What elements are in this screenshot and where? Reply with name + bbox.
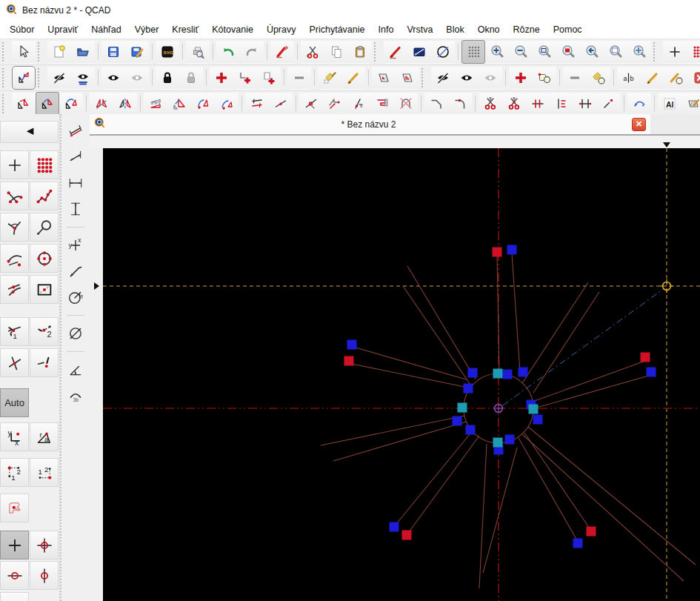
zoom-window-button[interactable] [604, 40, 627, 64]
selection-handle[interactable] [344, 356, 354, 366]
break-plus-button[interactable] [526, 92, 550, 116]
tool-two-lines-dot[interactable] [0, 275, 29, 304]
cut-scissors-dot-button[interactable] [502, 92, 526, 116]
break-bar-button[interactable] [550, 92, 573, 116]
selection-handle[interactable] [587, 527, 596, 537]
tool-cross-dot[interactable] [0, 348, 29, 377]
divide-x-button[interactable]: x [347, 92, 370, 116]
eye-slash-button[interactable] [431, 66, 455, 90]
pointer-modify-button[interactable] [12, 66, 36, 90]
toolbar-grip[interactable] [2, 42, 10, 62]
menu-blok[interactable]: Blok [439, 22, 470, 37]
move-rotate-button[interactable] [59, 92, 83, 116]
flip-vertical-button[interactable] [113, 92, 137, 116]
zoom-pan-button[interactable] [627, 40, 651, 64]
layers-a-button[interactable] [372, 66, 396, 90]
dim-aligned-button[interactable] [65, 122, 86, 141]
selection-handle[interactable] [519, 368, 528, 377]
selection-handle[interactable] [573, 539, 583, 548]
selection-handle[interactable] [529, 405, 539, 414]
plus-red-bold-button[interactable] [210, 66, 233, 90]
draw-pencil-button[interactable] [384, 40, 407, 64]
tool-coord-yx[interactable]: yx [0, 422, 29, 451]
dim-rotated-button[interactable] [65, 147, 86, 167]
tool-rect-dot[interactable] [30, 275, 59, 304]
break-h-button[interactable] [573, 92, 597, 116]
cut-scissors-button[interactable] [479, 92, 502, 116]
delete-x-button[interactable] [688, 66, 700, 90]
hatch-button[interactable] [681, 92, 700, 116]
text-al-button[interactable]: Al [658, 92, 681, 116]
dim-diametric-button[interactable] [65, 324, 86, 343]
menu-kreslit[interactable]: Kresliť [165, 22, 205, 37]
tool-snap-two[interactable]: 2 [30, 317, 59, 346]
toolbar-grip[interactable] [653, 42, 661, 62]
tool-crosshair-h[interactable] [0, 561, 29, 590]
dim-ordinate-button[interactable]: yx [65, 236, 86, 255]
reverse-arrow-button[interactable] [627, 92, 651, 116]
toolbar-grip[interactable] [421, 68, 429, 87]
file-new-button[interactable] [47, 40, 71, 64]
stretch-arrows-button[interactable] [323, 92, 347, 116]
tool-ref-one[interactable]: 12 [0, 458, 29, 487]
folder-open-button[interactable] [71, 40, 95, 64]
pencil-yellow-button[interactable] [641, 66, 664, 90]
selection-handle[interactable] [533, 415, 543, 425]
brush-button[interactable] [318, 66, 341, 90]
selection-box-button[interactable] [407, 40, 431, 64]
lengthen-button[interactable] [269, 92, 293, 116]
menu-prichytavanie[interactable]: Prichytávanie [302, 22, 371, 37]
paste-button[interactable] [348, 40, 372, 64]
draft-mode-button[interactable] [431, 40, 455, 64]
tool-circle-center[interactable] [30, 244, 59, 273]
move-copy-button[interactable] [36, 92, 59, 116]
menu-rozne[interactable]: Rôzne [507, 22, 547, 37]
tool-arc-tools[interactable] [0, 244, 29, 273]
pencil-yellow-button[interactable] [341, 66, 365, 90]
plus-doc-button[interactable] [257, 66, 281, 90]
scale-arrows-button[interactable] [167, 92, 191, 116]
menu-upravy[interactable]: Úpravy [260, 22, 303, 37]
drawing-canvas[interactable] [103, 148, 700, 601]
dim-arc-button[interactable]: 3b [65, 386, 86, 405]
selection-handle[interactable] [347, 340, 357, 350]
trim-lines-button[interactable] [245, 92, 269, 116]
menu-vyber[interactable]: Výber [128, 22, 166, 37]
selection-handle[interactable] [505, 435, 515, 445]
rotate-two-button[interactable] [215, 92, 239, 116]
brush-block-button[interactable] [587, 66, 610, 90]
selection-handle[interactable] [641, 353, 650, 362]
plus-corner-button[interactable] [233, 66, 257, 90]
block-shape-button[interactable] [533, 66, 556, 90]
menu-info[interactable]: Info [372, 22, 401, 37]
menu-nahlad[interactable]: Náhľad [84, 22, 127, 37]
selection-handle[interactable] [453, 416, 462, 426]
eye-layers-button[interactable] [71, 66, 95, 90]
document-tab[interactable]: * Bez názvu 2 ✕ [90, 114, 650, 134]
toolbar-grip[interactable] [38, 68, 45, 87]
menu-subor[interactable]: Súbor [3, 22, 41, 37]
undo-button[interactable] [216, 40, 240, 64]
tool-line-excl[interactable] [30, 348, 59, 377]
cut-button[interactable]: + [301, 40, 324, 64]
menu-vrstva[interactable]: Vrstva [400, 22, 439, 37]
dim-vertical-button[interactable] [65, 199, 86, 219]
minus-gray-button[interactable] [287, 66, 311, 90]
tool-ref-two[interactable]: 12 [30, 458, 59, 487]
point-line-button[interactable] [597, 92, 621, 116]
tool-crosshair-full[interactable] [30, 531, 59, 560]
toolbar-grip[interactable] [38, 42, 45, 62]
minus-gray-button[interactable] [563, 66, 587, 90]
print-preview-button[interactable] [186, 40, 210, 64]
select-arrow-button[interactable] [12, 40, 36, 64]
toolbar-grip[interactable] [2, 94, 10, 113]
rotate-arc-button[interactable] [191, 92, 215, 116]
eye-gray-button[interactable] [125, 66, 149, 90]
clip-round-button[interactable] [394, 92, 418, 116]
tool-snap-one[interactable]: 1 [0, 317, 29, 346]
tool-grid-red-big[interactable] [30, 150, 59, 179]
chamfer-button[interactable] [424, 92, 448, 116]
menu-pomoc[interactable]: Pomoc [547, 22, 589, 37]
move-translate-button[interactable] [12, 92, 36, 116]
tool-plus-small[interactable] [0, 531, 29, 560]
